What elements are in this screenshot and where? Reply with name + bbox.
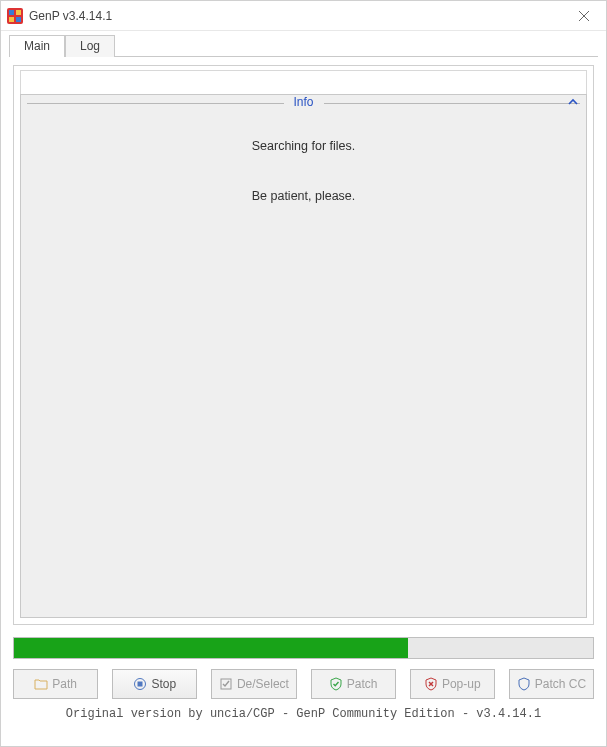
info-body: Searching for files. Be patient, please.: [21, 95, 586, 203]
main-panel: Info Searching for files. Be patient, pl…: [13, 65, 594, 625]
close-icon: [579, 11, 589, 21]
button-row: Path Stop De/Select Patch Pop-up Patch C…: [1, 659, 606, 699]
content-area: Info Searching for files. Be patient, pl…: [1, 57, 606, 625]
progress-fill: [14, 638, 408, 658]
chevron-up-icon: [568, 97, 578, 107]
deselect-button: De/Select: [211, 669, 296, 699]
checkbox-icon: [219, 677, 233, 691]
shield-icon: [517, 677, 531, 691]
app-icon: [7, 8, 23, 24]
button-label: Stop: [151, 677, 176, 691]
shield-check-icon: [329, 677, 343, 691]
button-label: Path: [52, 677, 77, 691]
patch-button: Patch: [311, 669, 396, 699]
info-collapse-button[interactable]: [568, 96, 578, 110]
button-label: Patch CC: [535, 677, 586, 691]
close-button[interactable]: [562, 1, 606, 31]
stop-icon: [133, 677, 147, 691]
tab-label: Log: [80, 39, 100, 53]
info-groupbox: Info Searching for files. Be patient, pl…: [20, 94, 587, 618]
path-button: Path: [13, 669, 98, 699]
info-caption: Info: [283, 95, 323, 109]
folder-icon: [34, 677, 48, 691]
popup-button: Pop-up: [410, 669, 495, 699]
stop-button[interactable]: Stop: [112, 669, 197, 699]
titlebar: GenP v3.4.14.1: [1, 1, 606, 31]
button-label: Pop-up: [442, 677, 481, 691]
svg-rect-1: [9, 10, 14, 15]
window-title: GenP v3.4.14.1: [29, 9, 562, 23]
info-line-1: Searching for files.: [21, 139, 586, 153]
shield-x-icon: [424, 677, 438, 691]
patch-cc-button: Patch CC: [509, 669, 594, 699]
svg-rect-4: [16, 17, 21, 22]
info-line-2: Be patient, please.: [21, 189, 586, 203]
tab-strip: Main Log: [1, 31, 606, 57]
progress-bar: [13, 637, 594, 659]
footer-text: Original version by uncia/CGP - GenP Com…: [1, 699, 606, 721]
tab-log[interactable]: Log: [65, 35, 115, 57]
button-label: De/Select: [237, 677, 289, 691]
button-label: Patch: [347, 677, 378, 691]
tab-label: Main: [24, 39, 50, 53]
svg-rect-2: [16, 10, 21, 15]
tab-main[interactable]: Main: [9, 35, 65, 57]
svg-rect-8: [138, 682, 143, 687]
svg-rect-3: [9, 17, 14, 22]
